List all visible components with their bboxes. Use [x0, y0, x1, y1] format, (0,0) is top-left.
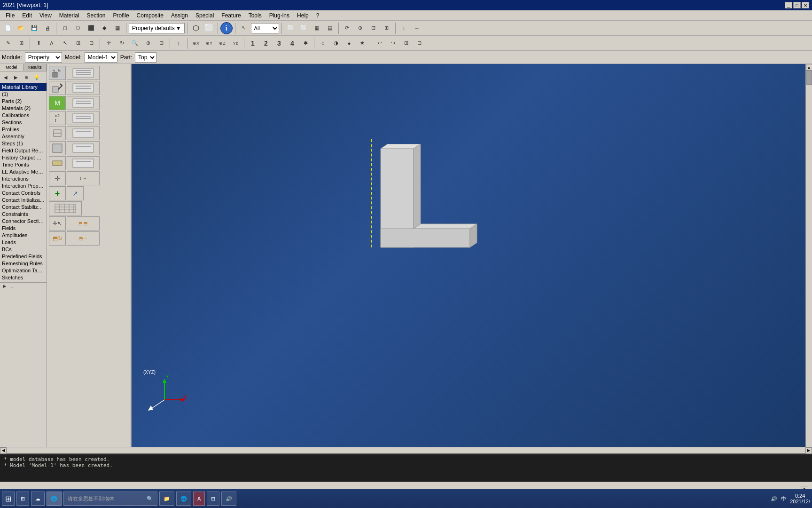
rotate-icon[interactable]: ⬒↻ — [49, 231, 66, 246]
view6-btn[interactable]: ⊕ — [354, 22, 367, 34]
t2-20[interactable]: 3 — [273, 37, 285, 49]
shell-section-mgr-icon[interactable] — [67, 156, 100, 170]
t2-29[interactable]: ⊞ — [400, 37, 412, 49]
material-mgr-icon[interactable] — [67, 96, 100, 110]
offset-icon[interactable]: ⬒ ⬒ — [67, 216, 100, 230]
taskbar-explorer[interactable]: 📁 — [159, 492, 174, 506]
sidebar-item-contact-init[interactable]: Contact Initializa... — [0, 197, 47, 204]
taskbar-app1[interactable]: A — [193, 492, 205, 506]
view7-btn[interactable]: ⊡ — [367, 22, 380, 34]
menu-material[interactable]: Material — [55, 11, 83, 20]
section-list-icon[interactable] — [67, 81, 100, 95]
t2-22[interactable]: ✱ — [299, 37, 312, 49]
menu-question[interactable]: ? — [312, 11, 323, 20]
sidebar-item-constraints[interactable]: Constraints — [0, 211, 47, 218]
beam-section-mgr-icon[interactable] — [67, 126, 100, 140]
view-cube-btn[interactable]: ⬡ — [190, 22, 202, 34]
menu-view[interactable]: View — [36, 11, 55, 20]
t2-9[interactable]: ↻ — [116, 37, 128, 49]
beam-section-icon[interactable] — [49, 126, 66, 140]
t2-26[interactable]: ★ — [356, 37, 368, 49]
calibration-mgr-icon[interactable] — [67, 111, 100, 125]
view5-btn[interactable]: ⟳ — [341, 22, 353, 34]
cube2-btn[interactable]: ⬡ — [72, 22, 84, 34]
misc2-btn[interactable]: ↔ — [411, 22, 423, 34]
sidebar-item-fields[interactable]: Fields — [0, 225, 47, 232]
sidebar-item-profiles[interactable]: Profiles — [0, 126, 47, 133]
tree-btn4[interactable]: 💡 — [32, 72, 41, 82]
shape3-btn[interactable]: ▦ — [111, 22, 124, 34]
t2-4[interactable]: A — [46, 37, 58, 49]
t2-21[interactable]: 4 — [286, 37, 298, 49]
start-button[interactable]: ⊞ — [2, 492, 15, 506]
taskbar-btn-2[interactable]: ☁ — [31, 492, 45, 506]
print-btn[interactable]: 🖨 — [41, 22, 54, 34]
tab-model[interactable]: Model — [0, 64, 23, 71]
view4-btn[interactable]: ▤ — [324, 22, 336, 34]
scroll-thumb[interactable] — [806, 71, 812, 85]
sidebar-item-remeshing[interactable]: Remeshing Rules — [0, 260, 47, 267]
move-icon2[interactable]: ↕ ↔ — [67, 171, 100, 185]
part-select[interactable]: Top — [135, 52, 156, 63]
taskbar-app2[interactable]: ⊟ — [207, 492, 219, 506]
cursor-btn[interactable]: ↖ — [238, 22, 250, 34]
material-create-icon[interactable]: M — [49, 96, 66, 110]
t2-6[interactable]: ⊞ — [72, 37, 84, 49]
taskbar-btn-1[interactable]: ⊞ — [16, 492, 29, 506]
arrow-icon[interactable]: ↗ — [67, 186, 84, 200]
sidebar-item-bcs[interactable]: BCs — [0, 246, 47, 253]
sidebar-header[interactable]: Material Library — [0, 83, 47, 91]
maximize-button[interactable]: □ — [793, 2, 801, 8]
view1-btn[interactable]: ⬜ — [284, 22, 297, 34]
menu-edit[interactable]: Edit — [18, 11, 36, 20]
t2-25[interactable]: ● — [343, 37, 355, 49]
menu-assign[interactable]: Assign — [167, 11, 192, 20]
mesh-icon[interactable] — [49, 201, 82, 215]
sidebar-item-sections[interactable]: Sections — [0, 119, 47, 126]
menu-plugins[interactable]: Plug-ins — [265, 11, 293, 20]
close-button[interactable]: ✕ — [802, 2, 809, 8]
taskbar-ie[interactable]: 🌐 — [176, 492, 191, 506]
scroll-right-arrow[interactable]: ▶ — [805, 447, 812, 454]
sidebar-item-time-points[interactable]: Time Points — [0, 161, 47, 168]
sidebar-item-calibrations[interactable]: Calibrations — [0, 112, 47, 119]
view2-btn[interactable]: ⬜ — [297, 22, 310, 34]
t2-16[interactable]: ⊕Z — [216, 37, 228, 49]
shape2-btn[interactable]: ◆ — [98, 22, 110, 34]
move2-icon[interactable]: ✛↖ — [49, 216, 66, 230]
t2-7[interactable]: ⊟ — [85, 37, 97, 49]
scroll-left-arrow[interactable]: ◀ — [0, 447, 7, 454]
t2-15[interactable]: ⊕Y — [203, 37, 215, 49]
menu-tools[interactable]: Tools — [245, 11, 265, 20]
t2-18[interactable]: 1 — [247, 37, 259, 49]
tree-btn3[interactable]: ⊕ — [22, 72, 31, 82]
cube-btn[interactable]: ◻ — [59, 22, 71, 34]
right-scrollbar[interactable]: ▲ — [805, 64, 812, 447]
view3-btn[interactable]: ▦ — [311, 22, 323, 34]
new-btn[interactable]: 📄 — [2, 22, 14, 34]
t2-19[interactable]: 2 — [260, 37, 272, 49]
menu-profile[interactable]: Profile — [109, 11, 133, 20]
property-defaults-button[interactable]: Property defaults ▼ — [129, 23, 185, 33]
t2-14[interactable]: ⊕X — [190, 37, 202, 49]
sidebar-item-contact-stab[interactable]: Contact Stabilizati... — [0, 204, 47, 211]
sidebar-item-le-adaptive[interactable]: LE Adaptive Mes... — [0, 168, 47, 175]
menu-file[interactable]: File — [2, 11, 18, 20]
sidebar-item-steps[interactable]: Steps (1) — [0, 140, 47, 147]
t2-2[interactable]: ⊞ — [15, 37, 27, 49]
scale-icon[interactable]: ⬒→ — [67, 231, 100, 246]
t2-8[interactable]: ✛ — [102, 37, 115, 49]
menu-special[interactable]: Special — [192, 11, 218, 20]
t2-1[interactable]: ✎ — [2, 37, 14, 49]
taskbar-btn-3[interactable]: 🌐 — [47, 492, 62, 506]
sidebar-item-contact-controls[interactable]: Contact Controls — [0, 190, 47, 197]
sidebar-item-optimization[interactable]: Optimization Tasks — [0, 267, 47, 274]
sidebar-item-1[interactable]: (1) — [0, 91, 47, 98]
window-controls[interactable]: _ □ ✕ — [785, 2, 809, 8]
save-btn[interactable]: 💾 — [28, 22, 40, 34]
view-cube2-btn[interactable]: ⬜ — [203, 22, 215, 34]
t2-23[interactable]: ○ — [317, 37, 329, 49]
open-btn[interactable]: 📂 — [15, 22, 27, 34]
model-select[interactable]: Model-1 — [85, 52, 117, 63]
t2-3[interactable]: ⬆ — [32, 37, 45, 49]
